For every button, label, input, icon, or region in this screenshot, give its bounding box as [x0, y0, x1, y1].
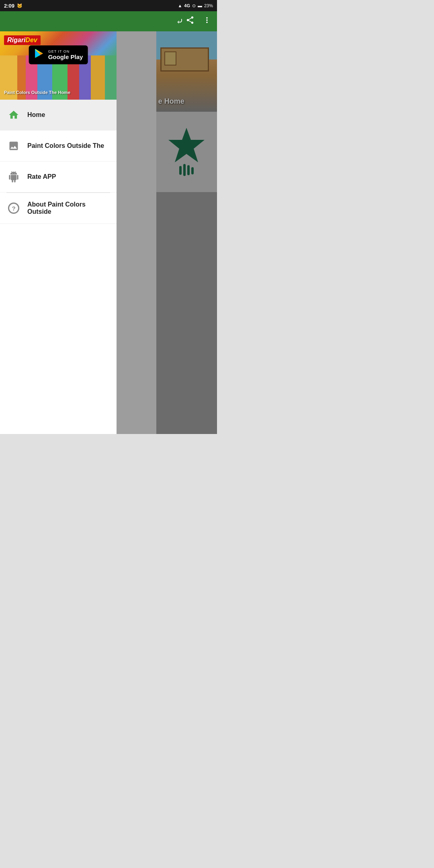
nav-item-rate-label: Rate APP — [27, 173, 56, 180]
network-type: 4G — [184, 3, 190, 8]
brand-label: RigariDev — [4, 35, 41, 45]
battery-icon: ▬ — [198, 3, 202, 8]
nav-item-rate-app[interactable]: Rate APP — [0, 162, 117, 192]
drawer-app-name: Paint Colors Outside The Home — [4, 90, 70, 95]
share-icon[interactable]: ⤶ — [176, 16, 194, 27]
question-mark-icon: ? — [8, 203, 19, 214]
android-icon — [6, 170, 21, 184]
about-icon: ? — [6, 201, 21, 215]
battery-percent: 23% — [204, 3, 213, 8]
brand-accent: Dev — [25, 37, 37, 43]
wifi-icon: ⊙ — [192, 3, 196, 8]
nav-drawer: RigariDev — [0, 31, 117, 434]
signal-icon: ▲ — [178, 3, 182, 8]
get-it-on-label: GET IT ON — [48, 49, 83, 53]
drawer-logo: RigariDev — [4, 35, 41, 45]
status-time: 2:09 — [4, 3, 14, 9]
google-play-text-wrapper: GET IT ON Google Play — [48, 49, 83, 60]
image-icon — [6, 139, 21, 153]
nav-item-paint-label: Paint Colors Outside The — [27, 142, 104, 149]
app-toolbar: ⤶ — [0, 11, 217, 31]
status-bar-right: ▲ 4G ⊙ ▬ 23% — [178, 3, 213, 8]
status-bar: 2:09 🐱 ▲ 4G ⊙ ▬ 23% — [0, 0, 217, 11]
more-options-icon[interactable] — [203, 16, 211, 27]
nav-item-home-label: Home — [27, 111, 45, 119]
nav-item-about[interactable]: ? About Paint Colors Outside — [0, 193, 117, 224]
play-store-icon — [34, 48, 45, 62]
home-icon — [6, 108, 21, 122]
drawer-nav-list: Home Paint Colors Outside The Rate — [0, 100, 117, 434]
google-play-badge[interactable]: GET IT ON Google Play — [29, 45, 88, 64]
main-content: e Home RigariDev — [0, 31, 217, 434]
google-play-label: Google Play — [48, 53, 83, 60]
status-bar-left: 2:09 🐱 — [4, 3, 23, 9]
nav-item-home[interactable]: Home — [0, 100, 117, 131]
nav-item-paint-colors[interactable]: Paint Colors Outside The — [0, 131, 117, 162]
drawer-header: RigariDev — [0, 31, 117, 100]
status-emoji-icon: 🐱 — [17, 3, 23, 8]
nav-item-about-label: About Paint Colors Outside — [27, 201, 110, 215]
